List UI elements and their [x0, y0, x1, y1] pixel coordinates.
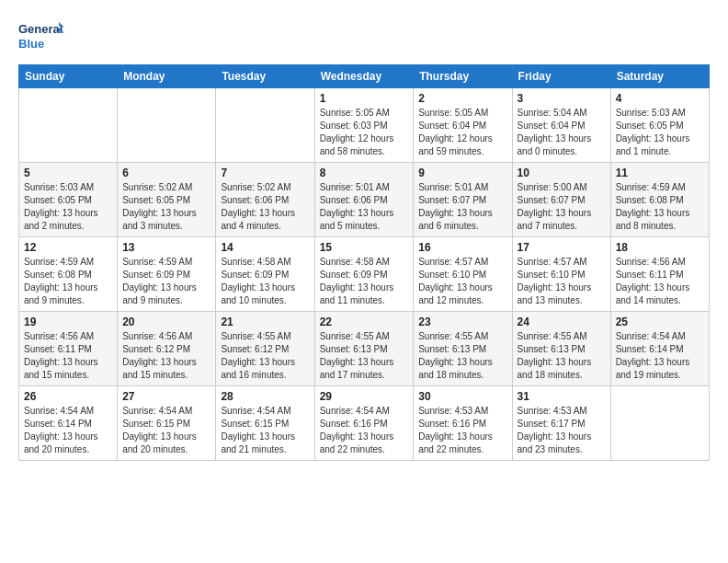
calendar-table: SundayMondayTuesdayWednesdayThursdayFrid…	[18, 64, 710, 461]
weekday-header: Monday	[118, 65, 216, 88]
calendar-cell: 28Sunrise: 4:54 AMSunset: 6:15 PMDayligh…	[216, 386, 314, 461]
calendar-week-row: 26Sunrise: 4:54 AMSunset: 6:14 PMDayligh…	[19, 386, 710, 461]
day-number: 7	[221, 167, 309, 179]
day-info: Sunrise: 5:03 AMSunset: 6:05 PMDaylight:…	[24, 181, 112, 233]
calendar-week-row: 12Sunrise: 4:59 AMSunset: 6:08 PMDayligh…	[19, 237, 710, 312]
day-number: 9	[418, 167, 506, 179]
day-number: 21	[221, 316, 309, 328]
calendar-cell: 31Sunrise: 4:53 AMSunset: 6:17 PMDayligh…	[512, 386, 610, 461]
weekday-header: Thursday	[414, 65, 512, 88]
day-number: 14	[221, 241, 309, 254]
day-info: Sunrise: 5:05 AMSunset: 6:04 PMDaylight:…	[418, 107, 506, 158]
calendar-cell: 3Sunrise: 5:04 AMSunset: 6:04 PMDaylight…	[512, 88, 610, 163]
day-number: 30	[418, 390, 506, 403]
svg-text:General: General	[18, 22, 63, 36]
day-info: Sunrise: 5:00 AMSunset: 6:07 PMDaylight:…	[518, 181, 606, 233]
day-info: Sunrise: 4:56 AMSunset: 6:11 PMDaylight:…	[616, 256, 704, 307]
calendar-cell: 16Sunrise: 4:57 AMSunset: 6:10 PMDayligh…	[414, 237, 512, 312]
calendar-cell	[19, 88, 118, 163]
day-number: 2	[418, 92, 506, 105]
day-info: Sunrise: 4:59 AMSunset: 6:08 PMDaylight:…	[24, 256, 112, 307]
calendar-cell	[610, 386, 709, 461]
calendar-cell: 4Sunrise: 5:03 AMSunset: 6:05 PMDaylight…	[610, 88, 709, 163]
day-number: 23	[418, 316, 506, 328]
calendar-cell: 25Sunrise: 4:54 AMSunset: 6:14 PMDayligh…	[610, 312, 709, 386]
day-info: Sunrise: 5:02 AMSunset: 6:06 PMDaylight:…	[221, 181, 309, 233]
calendar-cell: 17Sunrise: 4:57 AMSunset: 6:10 PMDayligh…	[512, 237, 610, 312]
calendar-cell: 21Sunrise: 4:55 AMSunset: 6:12 PMDayligh…	[216, 312, 314, 386]
calendar-cell: 29Sunrise: 4:54 AMSunset: 6:16 PMDayligh…	[314, 386, 414, 461]
day-number: 8	[320, 167, 409, 179]
day-info: Sunrise: 4:54 AMSunset: 6:15 PMDaylight:…	[122, 405, 210, 456]
calendar-cell: 19Sunrise: 4:56 AMSunset: 6:11 PMDayligh…	[19, 312, 118, 386]
day-number: 16	[418, 241, 506, 254]
day-info: Sunrise: 4:55 AMSunset: 6:12 PMDaylight:…	[221, 330, 309, 382]
page-header: General Blue	[18, 18, 710, 55]
day-info: Sunrise: 4:59 AMSunset: 6:09 PMDaylight:…	[122, 256, 210, 307]
calendar-cell: 14Sunrise: 4:58 AMSunset: 6:09 PMDayligh…	[216, 237, 314, 312]
day-number: 19	[24, 316, 112, 328]
day-info: Sunrise: 4:54 AMSunset: 6:16 PMDaylight:…	[320, 405, 409, 456]
day-number: 3	[518, 92, 606, 105]
calendar-cell: 20Sunrise: 4:56 AMSunset: 6:12 PMDayligh…	[118, 312, 216, 386]
logo: General Blue	[18, 18, 64, 55]
day-number: 4	[616, 92, 704, 105]
day-number: 1	[320, 92, 409, 105]
day-info: Sunrise: 4:54 AMSunset: 6:14 PMDaylight:…	[24, 405, 112, 456]
calendar-cell: 13Sunrise: 4:59 AMSunset: 6:09 PMDayligh…	[118, 237, 216, 312]
day-number: 24	[518, 316, 606, 328]
calendar-cell: 26Sunrise: 4:54 AMSunset: 6:14 PMDayligh…	[19, 386, 118, 461]
day-info: Sunrise: 4:58 AMSunset: 6:09 PMDaylight:…	[320, 256, 409, 307]
day-info: Sunrise: 4:56 AMSunset: 6:11 PMDaylight:…	[24, 330, 112, 382]
calendar-cell: 30Sunrise: 4:53 AMSunset: 6:16 PMDayligh…	[414, 386, 512, 461]
calendar-week-row: 1Sunrise: 5:05 AMSunset: 6:03 PMDaylight…	[19, 88, 710, 163]
day-number: 27	[122, 390, 210, 403]
calendar-cell: 15Sunrise: 4:58 AMSunset: 6:09 PMDayligh…	[314, 237, 414, 312]
day-info: Sunrise: 5:01 AMSunset: 6:06 PMDaylight:…	[320, 181, 409, 233]
calendar-cell: 10Sunrise: 5:00 AMSunset: 6:07 PMDayligh…	[512, 163, 610, 237]
calendar-cell: 18Sunrise: 4:56 AMSunset: 6:11 PMDayligh…	[610, 237, 709, 312]
day-info: Sunrise: 5:02 AMSunset: 6:05 PMDaylight:…	[122, 181, 210, 233]
day-info: Sunrise: 4:55 AMSunset: 6:13 PMDaylight:…	[320, 330, 409, 382]
weekday-header: Wednesday	[314, 65, 414, 88]
calendar-cell: 5Sunrise: 5:03 AMSunset: 6:05 PMDaylight…	[19, 163, 118, 237]
day-info: Sunrise: 4:57 AMSunset: 6:10 PMDaylight:…	[418, 256, 506, 307]
calendar-cell: 27Sunrise: 4:54 AMSunset: 6:15 PMDayligh…	[118, 386, 216, 461]
day-info: Sunrise: 5:01 AMSunset: 6:07 PMDaylight:…	[418, 181, 506, 233]
calendar-cell: 24Sunrise: 4:55 AMSunset: 6:13 PMDayligh…	[512, 312, 610, 386]
calendar-cell	[118, 88, 216, 163]
day-number: 17	[518, 241, 606, 254]
svg-text:Blue: Blue	[18, 37, 44, 51]
weekday-header: Sunday	[19, 65, 118, 88]
day-info: Sunrise: 4:56 AMSunset: 6:12 PMDaylight:…	[122, 330, 210, 382]
day-info: Sunrise: 4:53 AMSunset: 6:17 PMDaylight:…	[518, 405, 606, 456]
calendar-cell: 22Sunrise: 4:55 AMSunset: 6:13 PMDayligh…	[314, 312, 414, 386]
day-number: 18	[616, 241, 704, 254]
calendar-cell: 23Sunrise: 4:55 AMSunset: 6:13 PMDayligh…	[414, 312, 512, 386]
logo-svg: General Blue	[18, 18, 64, 55]
day-info: Sunrise: 4:54 AMSunset: 6:14 PMDaylight:…	[616, 330, 704, 382]
day-info: Sunrise: 4:54 AMSunset: 6:15 PMDaylight:…	[221, 405, 309, 456]
weekday-header: Friday	[512, 65, 610, 88]
day-info: Sunrise: 5:03 AMSunset: 6:05 PMDaylight:…	[616, 107, 704, 158]
weekday-header: Saturday	[610, 65, 709, 88]
calendar-cell: 12Sunrise: 4:59 AMSunset: 6:08 PMDayligh…	[19, 237, 118, 312]
day-info: Sunrise: 5:04 AMSunset: 6:04 PMDaylight:…	[518, 107, 606, 158]
day-number: 13	[122, 241, 210, 254]
calendar-cell	[216, 88, 314, 163]
day-number: 12	[24, 241, 112, 254]
day-number: 10	[518, 167, 606, 179]
day-number: 28	[221, 390, 309, 403]
calendar-cell: 7Sunrise: 5:02 AMSunset: 6:06 PMDaylight…	[216, 163, 314, 237]
day-number: 15	[320, 241, 409, 254]
calendar-cell: 9Sunrise: 5:01 AMSunset: 6:07 PMDaylight…	[414, 163, 512, 237]
weekday-header: Tuesday	[216, 65, 314, 88]
day-info: Sunrise: 4:53 AMSunset: 6:16 PMDaylight:…	[418, 405, 506, 456]
day-info: Sunrise: 4:55 AMSunset: 6:13 PMDaylight:…	[518, 330, 606, 382]
day-number: 5	[24, 167, 112, 179]
calendar-cell: 8Sunrise: 5:01 AMSunset: 6:06 PMDaylight…	[314, 163, 414, 237]
day-number: 31	[518, 390, 606, 403]
day-number: 26	[24, 390, 112, 403]
calendar-cell: 2Sunrise: 5:05 AMSunset: 6:04 PMDaylight…	[414, 88, 512, 163]
day-number: 20	[122, 316, 210, 328]
